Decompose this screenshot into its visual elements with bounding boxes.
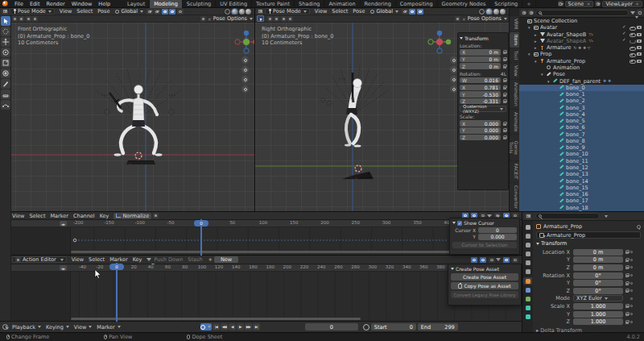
location-field[interactable]: X 0 m [460,49,501,56]
workspace-tab[interactable]: Animation [324,0,360,8]
location-field[interactable]: Z 0 m [460,63,501,69]
scene-selector[interactable]: Scene × [565,1,594,7]
outliner-row[interactable]: bone_18 [519,204,644,210]
cursor-to-selection-button[interactable]: Cursor to Selection [452,242,517,248]
graph-ruler[interactable]: -200-150-100-50050100150200250300350400 [0,220,522,227]
auto-normalize-icon[interactable] [153,213,159,218]
active-tool-icon[interactable] [257,15,264,22]
zoom-region-icon[interactable]: ◂▸ [60,265,67,271]
object-filter-icon[interactable] [528,10,534,15]
dope-menu[interactable]: Select [86,256,107,263]
lock-icon[interactable] [502,122,506,126]
cursor-x-field[interactable]: 0 [478,227,517,234]
auto-keying-button[interactable] [200,323,212,331]
properties-tab[interactable] [523,260,532,267]
xray-icon[interactable] [177,9,184,15]
dope-menu[interactable]: Key [130,256,145,263]
transform-orientation-select[interactable]: Global [114,8,145,15]
lock-icon[interactable] [625,304,629,308]
menu-item[interactable]: Window [68,1,96,7]
outliner-row[interactable]: bone_17 [519,198,644,204]
properties-tab[interactable] [523,314,532,321]
workspace-tab[interactable]: Sculpting [183,0,216,8]
camera-icon[interactable] [637,32,642,36]
camera-icon[interactable] [637,52,642,56]
rotate-tool[interactable] [1,48,10,57]
camera-icon[interactable] [637,26,642,30]
pose-breakdowner-tool[interactable] [1,100,10,110]
viewlayer-selector[interactable]: ViewLayer × [602,1,642,7]
select-box-tool[interactable] [1,16,10,26]
timeline-menu[interactable]: Playback [10,324,43,331]
dope-playhead[interactable] [116,263,118,322]
outliner-row[interactable]: bone_5 [519,118,644,124]
show-hidden-icon[interactable] [480,257,486,263]
sidebar-tab[interactable]: FACEIT [510,161,519,182]
tool-option-icon[interactable] [26,16,31,22]
snapping-icon[interactable] [402,9,408,15]
sidebar-tab[interactable]: View [510,63,519,79]
menu-item[interactable]: File [11,1,27,7]
workspace-tab[interactable]: + [522,0,535,8]
timeline-menu[interactable]: Marker [94,324,122,331]
outliner-row[interactable]: bone_3 [519,104,644,110]
graph-menu[interactable]: Channel [71,213,97,219]
outliner-row[interactable]: bone_14 [519,177,644,184]
rotation-field[interactable]: W 0.016 [460,77,501,84]
sidebar-tab[interactable]: Item [510,32,519,48]
overlays-icon[interactable] [417,9,423,15]
transform-row-field[interactable]: 0° [573,272,623,279]
properties-tab[interactable] [523,268,532,276]
transform-row-field[interactable]: 0 m [573,264,623,271]
transform-section-header[interactable]: Transform [460,35,506,41]
playback-button[interactable]: ▶▶ [245,323,252,331]
outliner-row[interactable]: ▸ Avatar_ShapeA ▽₂ [519,38,644,44]
animate-dot-icon[interactable] [630,313,633,315]
cursor-tool[interactable] [1,27,10,36]
shading-rendered-icon[interactable] [500,9,506,15]
stash-button[interactable]: Stash [185,256,204,263]
gizmos-icon[interactable] [409,9,415,15]
rotation-mode-select[interactable]: XYZ Euler [573,295,623,301]
lock-icon[interactable] [625,258,629,262]
object-name-field[interactable]: Armature_Prop [536,231,641,239]
graph-menu[interactable]: Marker [48,213,71,219]
timeline-editor-icon[interactable] [2,324,8,330]
zoom-icon[interactable] [242,56,249,64]
push-down-button[interactable]: Push Down [151,256,185,263]
camera-icon[interactable] [637,59,642,63]
create-pose-asset-button[interactable]: Create Pose Asset [451,273,518,281]
animate-dot-icon[interactable] [630,259,633,261]
graph-menu[interactable]: Select [27,213,47,219]
eye-icon[interactable] [630,59,634,63]
mode-select[interactable]: Pose Mode [10,8,55,15]
convert-legacy-pose-library-button[interactable]: Convert Legacy Pose Library [451,291,518,298]
lock-icon[interactable] [502,57,506,61]
transform-tool[interactable] [1,69,10,78]
properties-tab[interactable] [523,251,532,258]
pose-options-dropdown[interactable]: Pose Options [468,15,507,22]
lock-icon[interactable] [625,273,629,277]
scale-field[interactable]: X 0.000 [460,120,501,127]
editor-type-icon[interactable] [257,9,263,15]
camera-view-icon[interactable] [242,76,249,83]
outliner-row[interactable]: bone_10 [519,151,644,157]
editor-type-icon[interactable] [2,9,8,15]
mirror-icon[interactable] [455,16,460,22]
outliner-row[interactable]: ▾ DEF_fan_parent ❖ ❖ [519,77,644,84]
outliner-row[interactable]: ▾ Pose [519,71,644,77]
outliner-row[interactable]: bone_4 [519,111,644,118]
workspace-tab[interactable]: Texture Paint [252,0,295,8]
toggle-ortho-icon[interactable] [450,85,457,93]
outliner-row[interactable]: ▾ Armature_Prop [519,58,644,64]
properties-options-icon[interactable] [602,213,608,219]
copy-keyframes-icon[interactable] [512,257,518,263]
outliner-row[interactable]: bone_15 [519,185,644,191]
playback-button[interactable]: ◀ [229,323,236,331]
lock-icon[interactable] [502,135,506,139]
pan-hand-icon[interactable] [450,66,457,73]
outliner-row[interactable]: bone_11 [519,158,644,164]
display-mode-icon[interactable] [521,10,526,15]
lock-icon[interactable] [502,85,506,89]
tool-option-icon[interactable] [267,16,273,22]
